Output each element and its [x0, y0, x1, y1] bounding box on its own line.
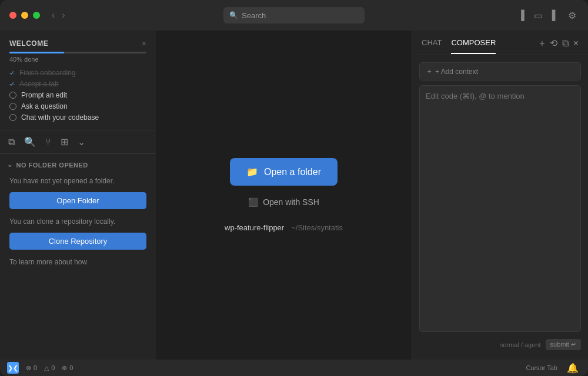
recent-project-name: wp-feature-flipper	[225, 223, 284, 232]
open-folder-button[interactable]: 📁 Open a folder	[230, 158, 338, 186]
section-title: NO FOLDER OPENED	[16, 162, 88, 169]
recent-project-item[interactable]: wp-feature-flipper ~/Sites/syntatis	[225, 223, 343, 232]
search-icon: 🔍	[229, 11, 238, 19]
list-item[interactable]: Ask a question	[9, 102, 146, 110]
panel-tabs: CHAT COMPOSER + ⟲ ⧉ ×	[412, 31, 588, 55]
context-bar: ＋ + Add context	[419, 62, 581, 80]
error-icon: ⊗	[26, 364, 31, 372]
sidebar: WELCOME × 40% done ✓ Finish onboarding ✓…	[0, 31, 156, 360]
app-window: ‹ › 🔍 Search ▐ ▭ ▌ ⚙ WELCOME ×	[0, 0, 588, 376]
plus-icon: ＋	[426, 66, 433, 76]
list-item[interactable]: Prompt an edit	[9, 91, 146, 99]
warnings-status: △ 0	[44, 364, 55, 372]
welcome-title: WELCOME	[9, 39, 48, 48]
nav-forward-button[interactable]: ›	[59, 9, 67, 22]
panel-tab-actions: + ⟲ ⧉ ×	[539, 38, 579, 55]
composer-input[interactable]	[419, 85, 581, 332]
checkmark-icon: ✓	[9, 69, 15, 77]
clone-repository-button[interactable]: Clone Repository	[9, 233, 146, 250]
open-ssh-button[interactable]: ⬛ Open with SSH	[239, 193, 329, 212]
main-content: WELCOME × 40% done ✓ Finish onboarding ✓…	[0, 31, 588, 360]
sidebar-toggle-button[interactable]: ▐	[515, 8, 526, 23]
folder-icon: 📁	[246, 166, 258, 177]
list-item: ✓ Accept a tab	[9, 80, 146, 88]
mode-text: normal / agent	[499, 341, 540, 348]
checklist-item-label: Ask a question	[21, 102, 68, 110]
warning-count: 0	[51, 364, 55, 371]
section-content: You have not yet opened a folder. Open F…	[0, 171, 156, 278]
checkmark-icon: ✓	[9, 80, 15, 88]
add-tab-button[interactable]: +	[539, 38, 544, 49]
progress-text: 40% done	[9, 56, 146, 63]
welcome-header: WELCOME ×	[9, 39, 146, 48]
nav-back-button[interactable]: ‹	[49, 9, 57, 22]
circle-icon	[9, 114, 16, 121]
warning-icon: △	[44, 364, 49, 372]
no-folder-section-header: ⌄ NO FOLDER OPENED	[0, 159, 156, 171]
close-panel-button[interactable]: ×	[573, 38, 579, 49]
list-item: ✓ Finish onboarding	[9, 69, 146, 77]
global-search-bar[interactable]: 🔍 Search	[223, 7, 365, 24]
empty-folder-message: You have not yet opened a folder.	[9, 176, 146, 186]
progress-bar-container	[9, 52, 146, 53]
info-count: 0	[69, 364, 73, 371]
chevron-down-icon-button[interactable]: ⌄	[76, 135, 86, 149]
checklist: ✓ Finish onboarding ✓ Accept a tab Promp…	[9, 69, 146, 122]
nav-buttons: ‹ ›	[49, 9, 68, 22]
open-folder-sidebar-button[interactable]: Open Folder	[9, 192, 146, 209]
copy-icon-button[interactable]: ⧉	[7, 136, 16, 149]
explorer-area: ⌄ NO FOLDER OPENED You have not yet open…	[0, 154, 156, 360]
sidebar-toolbar: ⧉ 🔍 ⑂ ⊞ ⌄	[0, 130, 156, 154]
search-icon-button[interactable]: 🔍	[23, 135, 37, 149]
info-status: ⊛ 0	[62, 364, 73, 372]
panel-toggle-button[interactable]: ▌	[550, 8, 561, 23]
open-ssh-label: Open with SSH	[263, 197, 319, 207]
titlebar-right-actions: ▐ ▭ ▌ ⚙	[515, 8, 579, 24]
composer-footer: normal / agent submit ↵	[419, 337, 581, 352]
checklist-item-label: Finish onboarding	[19, 69, 75, 77]
recent-project-path: ~/Sites/syntatis	[291, 223, 343, 232]
grid-icon-button[interactable]: ⊞	[59, 135, 69, 149]
titlebar: ‹ › 🔍 Search ▐ ▭ ▌ ⚙	[0, 0, 588, 31]
history-button[interactable]: ⟲	[550, 38, 557, 49]
checklist-item-label: Prompt an edit	[21, 91, 67, 99]
settings-button[interactable]: ⚙	[566, 8, 579, 24]
submit-button[interactable]: submit ↵	[546, 339, 581, 350]
error-count: 0	[34, 364, 37, 371]
remote-icon[interactable]: ❯❮	[7, 362, 19, 374]
right-panel: CHAT COMPOSER + ⟲ ⧉ × ＋ + Add context	[412, 31, 588, 360]
status-bar: ❯❮ ⊗ 0 △ 0 ⊛ 0 Cursor Tab 🔔	[0, 360, 588, 376]
list-item[interactable]: Chat with your codebase	[9, 113, 146, 122]
welcome-panel: WELCOME × 40% done ✓ Finish onboarding ✓…	[0, 31, 156, 130]
chevron-down-icon: ⌄	[7, 161, 13, 169]
traffic-lights	[9, 12, 40, 19]
remote-indicator: ❯❮	[8, 364, 18, 372]
cursor-tab-label: Cursor Tab	[526, 364, 557, 371]
tab-composer[interactable]: COMPOSER	[451, 38, 496, 54]
search-label: Search	[242, 11, 266, 20]
terminal-icon: ⬛	[248, 197, 258, 207]
composer-area: ＋ + Add context normal / agent submit ↵	[412, 55, 588, 360]
checklist-item-label: Chat with your codebase	[21, 113, 99, 122]
circle-icon	[9, 103, 16, 110]
open-folder-label: Open a folder	[264, 167, 321, 177]
status-right: Cursor Tab 🔔	[526, 360, 581, 376]
circle-icon	[9, 92, 16, 99]
tab-chat[interactable]: CHAT	[422, 38, 442, 54]
add-context-button[interactable]: ＋ + Add context	[426, 66, 478, 76]
learn-more-text: To learn more about how	[9, 257, 146, 267]
expand-button[interactable]: ⧉	[562, 38, 569, 49]
editor-area: 📁 Open a folder ⬛ Open with SSH wp-featu…	[156, 31, 412, 360]
maximize-window-button[interactable]	[33, 12, 40, 19]
close-window-button[interactable]	[9, 12, 16, 19]
branch-icon-button[interactable]: ⑂	[44, 136, 52, 149]
progress-bar-fill	[9, 52, 64, 53]
add-context-label: + Add context	[435, 68, 478, 76]
minimize-window-button[interactable]	[21, 12, 28, 19]
errors-status: ⊗ 0	[26, 364, 37, 372]
clone-message: You can clone a repository locally.	[9, 216, 146, 227]
notification-bell-button[interactable]: 🔔	[564, 360, 581, 376]
welcome-close-button[interactable]: ×	[142, 39, 146, 48]
checklist-item-label: Accept a tab	[19, 80, 59, 88]
layout-button[interactable]: ▭	[532, 8, 545, 24]
